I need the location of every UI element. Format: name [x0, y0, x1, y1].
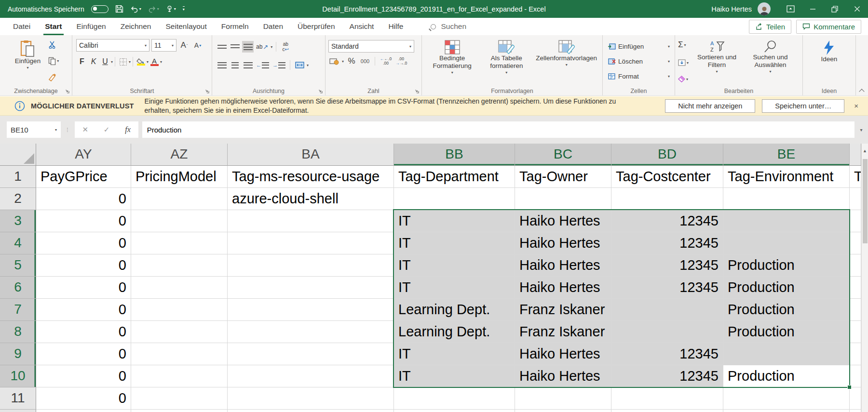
cell-BB-9[interactable]: IT — [394, 343, 515, 365]
cell-BD-12[interactable] — [611, 410, 723, 412]
cancel-icon[interactable]: ✕ — [82, 125, 89, 134]
cell-BE-9[interactable] — [723, 343, 850, 365]
decrease-font-size-button[interactable]: A▾ — [192, 40, 203, 51]
cell-AZ-9[interactable] — [131, 343, 228, 365]
cell-AY-4[interactable]: 0 — [36, 232, 131, 254]
comments-button[interactable]: Kommentare — [796, 20, 861, 34]
cell-partial-7[interactable] — [850, 299, 861, 321]
close-button[interactable] — [846, 0, 868, 18]
row-header-5[interactable]: 5 — [0, 254, 36, 277]
cell-AZ-4[interactable] — [131, 232, 228, 254]
scroll-up-icon[interactable]: ▲ — [862, 144, 868, 158]
middle-align-button[interactable] — [229, 41, 241, 53]
cell-AZ-6[interactable] — [131, 277, 228, 299]
cell-partial-3[interactable] — [850, 210, 861, 232]
fill-handle[interactable] — [847, 385, 852, 389]
cell-AY-11[interactable]: 0 — [36, 387, 131, 410]
paste-dropdown-icon[interactable]: ▾ — [27, 66, 28, 70]
redo-dropdown-icon[interactable]: ▾ — [157, 7, 159, 11]
percent-style-button[interactable]: % — [346, 55, 357, 67]
clear-dropdown-icon[interactable]: ▾ — [686, 77, 688, 81]
tab-seitenlayout[interactable]: Seitenlayout — [158, 18, 214, 35]
decrease-decimal-button[interactable]: .00→→.0 — [394, 55, 408, 67]
cell-BB-7[interactable]: Learning Dept. — [394, 299, 515, 321]
column-header-BE[interactable]: BE — [723, 144, 850, 166]
alignment-dialog-launcher-icon[interactable] — [318, 89, 323, 94]
ribbon-display-options-button[interactable] — [779, 0, 801, 18]
column-header-BB[interactable]: BB — [394, 144, 515, 166]
select-all-button[interactable] — [0, 144, 36, 166]
cell-BC-1[interactable]: Tag-Owner — [515, 166, 611, 188]
enter-icon[interactable]: ✓ — [104, 125, 110, 134]
collapse-ribbon-icon[interactable] — [860, 88, 864, 93]
cell-BB-6[interactable]: IT — [394, 277, 515, 299]
cell-BB-8[interactable]: Learning Dept. — [394, 321, 515, 343]
touch-mode-dropdown-icon[interactable]: ▾ — [174, 7, 176, 11]
row-header-6[interactable]: 6 — [0, 277, 36, 299]
cell-partial-6[interactable] — [850, 277, 861, 299]
column-header-BD[interactable]: BD — [611, 144, 723, 166]
find-select-button[interactable]: Suchen und Auswählen ▾ — [745, 39, 796, 83]
fill-dropdown-icon[interactable]: ▾ — [687, 61, 689, 65]
cell-BA-10[interactable] — [228, 365, 394, 387]
autosum-dropdown-icon[interactable]: ▾ — [684, 43, 686, 47]
insert-function-icon[interactable]: fx — [125, 125, 131, 134]
conditional-formatting-dropdown-icon[interactable]: ▾ — [451, 70, 453, 75]
cell-partial-1[interactable]: T — [850, 166, 861, 188]
cell-BB-5[interactable]: IT — [394, 254, 515, 277]
customize-quick-access-toolbar-icon[interactable]: ▾ — [183, 6, 185, 12]
row-header-12[interactable]: 12 — [0, 410, 36, 412]
cell-BC-9[interactable]: Haiko Hertes — [515, 343, 611, 365]
comma-style-button[interactable]: 000 — [359, 55, 371, 67]
insert-cells-dropdown-icon[interactable]: ▾ — [668, 44, 670, 49]
cell-BA-12[interactable] — [228, 410, 394, 412]
column-header-AZ[interactable]: AZ — [131, 144, 228, 166]
cell-AZ-11[interactable] — [131, 387, 228, 410]
cell-AZ-2[interactable] — [131, 188, 228, 210]
cell-partial-2[interactable] — [850, 188, 861, 210]
cell-BB-10[interactable]: IT — [394, 365, 515, 387]
search-box[interactable]: Suchen — [431, 22, 466, 31]
cell-AY-1[interactable]: PayGPrice — [36, 166, 131, 188]
delete-cells-dropdown-icon[interactable]: ▾ — [668, 59, 670, 64]
accounting-format-button[interactable] — [328, 55, 340, 67]
font-color-button[interactable]: A — [149, 56, 160, 67]
row-header-9[interactable]: 9 — [0, 343, 36, 365]
borders-dropdown-icon[interactable]: ▾ — [129, 60, 131, 64]
redo-button[interactable]: ▾ — [148, 5, 159, 13]
autosum-button[interactable]: Σ ▾ — [678, 40, 689, 50]
cell-AZ-5[interactable] — [131, 254, 228, 277]
top-align-button[interactable] — [216, 41, 228, 53]
cell-BA-7[interactable] — [228, 299, 394, 321]
cell-partial-9[interactable] — [850, 343, 861, 365]
format-cells-dropdown-icon[interactable]: ▾ — [668, 74, 670, 79]
name-box[interactable]: BE10 ▾ — [7, 121, 61, 138]
cell-BE-7[interactable]: Production — [723, 299, 850, 321]
increase-indent-button[interactable]: → — [271, 59, 286, 71]
cell-BD-2[interactable] — [611, 188, 723, 210]
autosave-toggle[interactable] — [91, 5, 108, 13]
cell-BB-3[interactable]: IT — [394, 210, 515, 232]
cell-BC-7[interactable]: Franz Iskaner — [515, 299, 611, 321]
orientation-dropdown-icon[interactable]: ▾ — [271, 45, 272, 49]
find-select-dropdown-icon[interactable]: ▾ — [770, 69, 772, 74]
clear-button[interactable]: ▾ — [678, 76, 689, 82]
format-as-table-dropdown-icon[interactable]: ▾ — [505, 70, 507, 75]
cell-AZ-7[interactable] — [131, 299, 228, 321]
row-header-8[interactable]: 8 — [0, 321, 36, 343]
ideas-button[interactable]: Ideen — [818, 39, 841, 83]
cell-BD-8[interactable] — [611, 321, 723, 343]
row-header-10[interactable]: 10 — [0, 365, 36, 387]
increase-font-size-button[interactable]: Aˆ — [178, 40, 190, 51]
borders-button[interactable] — [117, 56, 129, 67]
clipboard-dialog-launcher-icon[interactable] — [65, 89, 70, 94]
tab-ueberpruefen[interactable]: Überprüfen — [290, 18, 342, 35]
cell-AY-2[interactable]: 0 — [36, 188, 131, 210]
cell-AY-9[interactable]: 0 — [36, 343, 131, 365]
fill-button[interactable]: ▾ — [678, 59, 689, 66]
row-header-11[interactable]: 11 — [0, 387, 36, 410]
expand-formula-bar-icon[interactable]: ▾ — [854, 127, 868, 133]
font-size-combo[interactable]: 11▾ — [151, 39, 176, 52]
increase-decimal-button[interactable]: ←←.0.00 — [379, 55, 393, 67]
cell-AY-3[interactable]: 0 — [36, 210, 131, 232]
